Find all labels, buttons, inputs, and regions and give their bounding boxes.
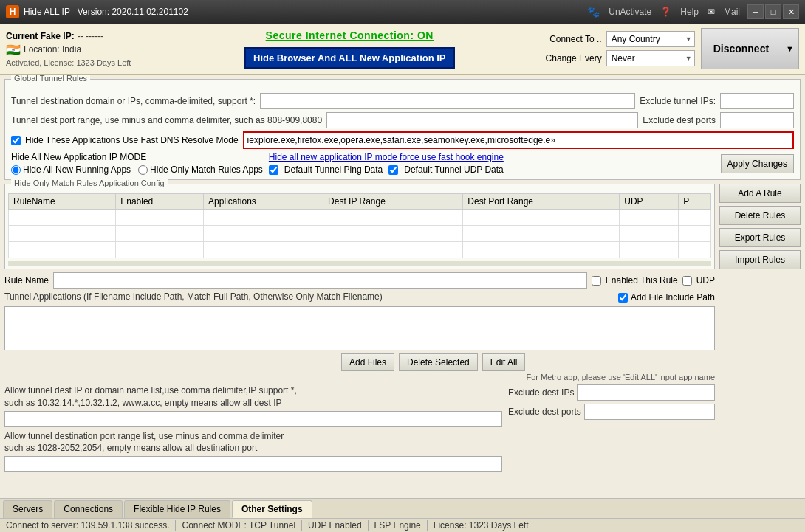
- radio-only-match[interactable]: Hide Only Match Rules Apps: [138, 165, 263, 175]
- status-connect-mode: Connect MODE: TCP Tunnel: [176, 520, 302, 531]
- status-bar: Connect to server: 139.59.1.138 success.…: [0, 518, 805, 532]
- unactivate-link[interactable]: UnActivate: [609, 7, 651, 17]
- col-p: P: [679, 194, 711, 210]
- radio-group: Hide All New Running Apps Hide Only Matc…: [11, 165, 263, 175]
- tabs-bar: Servers Connections Flexible Hide IP Rul…: [0, 498, 805, 518]
- add-rule-button[interactable]: Add A Rule: [719, 184, 801, 203]
- edit-all-button[interactable]: Edit All: [482, 353, 526, 371]
- rule-name-row: Rule Name Enabled This Rule UDP: [4, 272, 715, 289]
- add-files-button[interactable]: Add Files: [341, 353, 394, 371]
- allow-dest-port-text: Allow tunnel destination port range list…: [4, 430, 502, 455]
- minimize-button[interactable]: ─: [747, 4, 764, 19]
- default-ping-label: Default Tunnel Ping Data: [284, 165, 383, 175]
- main-content: Global Tunnel Rules Tunnel destination d…: [0, 75, 805, 498]
- allow-dest-port-input[interactable]: [4, 456, 502, 472]
- connect-to-dropdown-wrap[interactable]: Any Country: [606, 31, 695, 47]
- import-rules-button[interactable]: Import Rules: [719, 250, 801, 269]
- bottom-dest-rows: Allow tunnel dest IP or domain name list…: [4, 384, 715, 472]
- tab-connections[interactable]: Connections: [54, 500, 123, 518]
- help-link[interactable]: Help: [680, 7, 699, 17]
- enabled-rule-checkbox[interactable]: [592, 276, 601, 286]
- delete-selected-button[interactable]: Delete Selected: [399, 353, 478, 371]
- help-icon: ❓: [660, 7, 671, 17]
- allow-dest-ip-text: Allow tunnel dest IP or domain name list…: [4, 384, 502, 410]
- window-controls: ─ □ ✕: [747, 4, 799, 19]
- apply-btn-area: Apply Changes: [721, 154, 794, 173]
- side-buttons: Add A Rule Delete Rules Export Rules Imp…: [719, 184, 801, 472]
- exclude-dest-ips-input[interactable]: [577, 384, 715, 401]
- hide-dns-checkbox[interactable]: [11, 136, 21, 145]
- dest-input[interactable]: [260, 93, 635, 109]
- rule-name-label: Rule Name: [4, 275, 49, 286]
- status-license: License: 1323 Days Left: [428, 520, 535, 531]
- exclude-tunnel-input[interactable]: [720, 93, 794, 109]
- default-udp-checkbox[interactable]: [388, 165, 398, 175]
- version-text: Version: 2020.11.02.201102: [78, 7, 188, 17]
- udp-rule-checkbox[interactable]: [682, 276, 692, 286]
- mail-icon: ✉: [708, 7, 715, 17]
- metro-note-area: For Metro app, please use 'Edit ALL' inp…: [4, 373, 715, 381]
- delete-rules-button[interactable]: Delete Rules: [719, 206, 801, 225]
- port-range-label: Tunnel dest port range, use minus and co…: [11, 115, 322, 125]
- hide-all-radio[interactable]: [11, 165, 21, 175]
- title-text: Hide ALL IP Version: 2020.11.02.201102: [24, 7, 587, 17]
- force-hook-link[interactable]: Hide all new application IP mode force u…: [269, 152, 504, 162]
- change-every-label: Change Every: [546, 53, 602, 63]
- port-range-input[interactable]: [326, 112, 638, 128]
- bottom-left: Allow tunnel dest IP or domain name list…: [4, 384, 502, 472]
- app-name: Hide ALL IP: [24, 7, 70, 17]
- dns-apps-input[interactable]: iexplore.exe,firefox.exe,opera.exe,safar…: [243, 131, 794, 149]
- enabled-rule-label: Enabled This Rule: [606, 275, 678, 286]
- mail-link[interactable]: Mail: [724, 7, 740, 17]
- rule-name-input[interactable]: [53, 272, 587, 289]
- exclude-dest-ports-label: Exclude dest ports: [508, 407, 581, 417]
- table-scrollbar[interactable]: [8, 261, 711, 266]
- hide-browser-button[interactable]: Hide Browser And ALL New Application IP: [244, 47, 455, 69]
- tab-other-settings[interactable]: Other Settings: [232, 500, 312, 518]
- header-bar: Current Fake IP: -- ------ 🇮🇳 Location: …: [0, 24, 805, 75]
- close-button[interactable]: ✕: [783, 4, 799, 19]
- current-ip-label: Current Fake IP:: [6, 31, 75, 41]
- global-tunnel-section: Global Tunnel Rules Tunnel destination d…: [4, 79, 801, 180]
- maximize-button[interactable]: □: [765, 4, 781, 19]
- allow-dest-ip-input[interactable]: [4, 411, 502, 427]
- hide-all-new-label: Hide All New Application IP MODE: [11, 152, 263, 162]
- exclude-ports-input[interactable]: [720, 112, 794, 128]
- change-every-dropdown-wrap[interactable]: Never: [606, 50, 695, 66]
- col-udp: UDP: [620, 194, 679, 210]
- connect-to-select[interactable]: Any Country: [606, 31, 695, 47]
- export-rules-button[interactable]: Export Rules: [719, 228, 801, 247]
- file-list-area[interactable]: [4, 306, 715, 350]
- exclude-dest-ports-input[interactable]: [584, 404, 715, 420]
- paw-icon: 🐾: [587, 6, 600, 18]
- hide-only-radio[interactable]: [138, 165, 148, 175]
- add-file-include-label: Add File Include Path: [631, 292, 715, 303]
- col-dest-port: Dest Port Range: [463, 194, 620, 210]
- table-row: [9, 242, 711, 258]
- global-tunnel-title: Global Tunnel Rules: [11, 75, 90, 83]
- disconnect-button[interactable]: Disconnect: [701, 28, 781, 69]
- file-actions: Add Files Delete Selected Edit All: [4, 353, 715, 371]
- change-every-select[interactable]: Never: [606, 50, 695, 66]
- status-lsp: LSP Engine: [369, 520, 428, 531]
- udp-rule-label: UDP: [696, 275, 715, 286]
- status-udp: UDP Enabled: [302, 520, 369, 531]
- hide-only-label: Hide Only Match Rules Apps: [150, 165, 263, 175]
- table-row: [9, 210, 711, 226]
- app-icon: H: [6, 5, 19, 18]
- add-file-include-checkbox[interactable]: [618, 293, 628, 303]
- tab-flexible-hide-ip[interactable]: Flexible Hide IP Rules: [124, 500, 230, 518]
- default-ping-checkbox[interactable]: [269, 165, 278, 175]
- tunnel-apps-label: Tunnel Applications (If Filename Include…: [4, 291, 383, 302]
- hide-new-row: Hide All New Application IP MODE Hide Al…: [11, 152, 794, 175]
- exclude-dest-ips-label: Exclude dest IPs: [508, 387, 574, 398]
- table-row: [9, 226, 711, 242]
- tunnel-apps-row: Tunnel Applications (If Filename Include…: [4, 291, 715, 303]
- secure-status: Secure Internet Connection: ON: [160, 30, 540, 41]
- rules-table-container: Hide Only Match Rules Application Config…: [4, 184, 715, 269]
- apply-changes-button[interactable]: Apply Changes: [721, 154, 794, 173]
- tab-servers[interactable]: Servers: [3, 500, 52, 518]
- radio-all-running[interactable]: Hide All New Running Apps: [11, 165, 131, 175]
- match-rules-area: Hide Only Match Rules Application Config…: [4, 184, 801, 472]
- disconnect-arrow-button[interactable]: ▼: [781, 28, 799, 69]
